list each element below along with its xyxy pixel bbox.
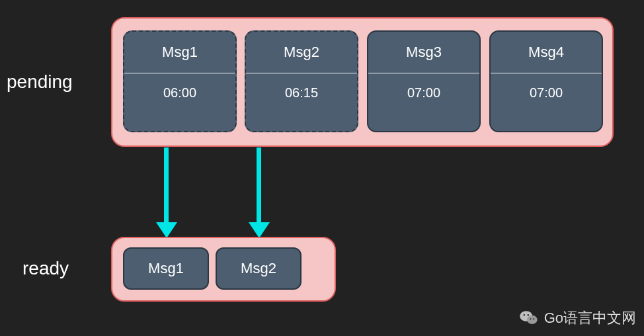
pending-msg2: Msg2 06:15 xyxy=(245,30,358,132)
diagram-canvas: pending Msg1 06:00 Msg2 06:15 Msg3 07:00… xyxy=(0,0,644,336)
ready-msg1: Msg1 xyxy=(123,247,209,290)
pending-label: pending xyxy=(7,71,73,93)
arrow-2-line xyxy=(257,147,261,224)
pending-msg1: Msg1 06:00 xyxy=(123,30,237,132)
svg-point-4 xyxy=(530,318,531,319)
pending-msg2-name: Msg2 xyxy=(284,32,319,73)
arrow-1-line xyxy=(164,147,169,224)
wechat-icon xyxy=(519,308,539,328)
pending-msg1-time: 06:00 xyxy=(163,73,196,112)
ready-msg2-name: Msg2 xyxy=(241,260,276,277)
ready-msg2: Msg2 xyxy=(216,247,302,290)
pending-msg4-name: Msg4 xyxy=(528,32,564,73)
ready-msg1-name: Msg1 xyxy=(148,260,184,277)
pending-msg2-time: 06:15 xyxy=(285,73,318,112)
pending-msg4: Msg4 07:00 xyxy=(489,30,603,132)
arrow-2-head xyxy=(249,222,270,238)
svg-point-3 xyxy=(527,314,528,315)
svg-point-1 xyxy=(527,315,538,324)
svg-point-5 xyxy=(533,318,534,319)
pending-msg3-time: 07:00 xyxy=(407,73,440,112)
ready-label: ready xyxy=(22,258,69,279)
arrow-1-head xyxy=(156,222,177,238)
svg-point-2 xyxy=(523,314,524,315)
pending-msg1-name: Msg1 xyxy=(162,32,198,73)
watermark-text: Go语言中文网 xyxy=(544,308,636,328)
watermark: Go语言中文网 xyxy=(519,308,636,328)
pending-msg3: Msg3 07:00 xyxy=(367,30,481,132)
pending-msg3-name: Msg3 xyxy=(406,32,442,73)
pending-msg4-time: 07:00 xyxy=(530,73,563,112)
